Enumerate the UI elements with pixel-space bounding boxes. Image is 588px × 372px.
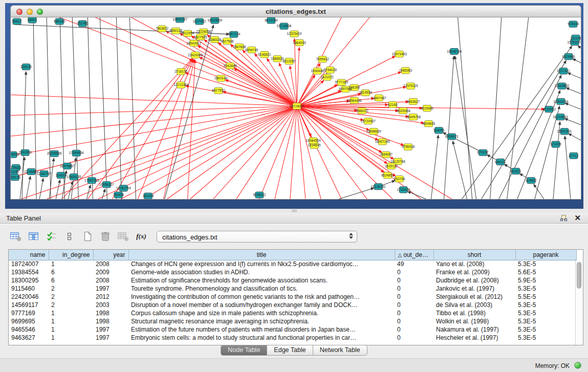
- network-edge[interactable]: [102, 189, 105, 199]
- table-row[interactable]: 1938455462009Genome-wide association stu…: [9, 268, 576, 276]
- table-cell[interactable]: 6: [49, 268, 93, 276]
- close-button[interactable]: [16, 9, 23, 15]
- table-cell[interactable]: 5.5E-5: [515, 293, 576, 301]
- table-row[interactable]: 2242004622012Investigating the contribut…: [9, 293, 576, 301]
- table-cell[interactable]: 5.6E-5: [515, 268, 576, 276]
- table-row[interactable]: 1456911722003Disruption of a novel membe…: [9, 301, 576, 309]
- network-edge[interactable]: [565, 136, 571, 199]
- network-edge[interactable]: [11, 106, 297, 156]
- network-edge[interactable]: [453, 141, 467, 199]
- table-cell[interactable]: 5.3E-5: [515, 260, 576, 268]
- network-edge[interactable]: [11, 106, 297, 177]
- table-cell[interactable]: 5.3E-5: [515, 317, 576, 325]
- network-edge[interactable]: [431, 135, 438, 199]
- table-cell[interactable]: 2008: [93, 276, 128, 285]
- table-cell[interactable]: 1997: [93, 334, 128, 342]
- scrollbar-thumb[interactable]: [577, 262, 581, 289]
- table-row[interactable]: 946362711997Embryonic stem cells: a mode…: [9, 334, 576, 342]
- table-row[interactable]: 1872400712008Changes of HCN gene express…: [9, 260, 576, 268]
- table-cell[interactable]: 1: [49, 317, 93, 325]
- table-cell[interactable]: Wolkin et al. (1998): [433, 317, 515, 325]
- select-rows-icon[interactable]: [45, 230, 58, 243]
- table-row[interactable]: 969969511998Structural magnetic resonanc…: [9, 317, 576, 325]
- table-cell[interactable]: 5.3E-5: [515, 334, 576, 342]
- table-cell[interactable]: 1: [49, 260, 93, 268]
- table-cell[interactable]: 2009: [93, 268, 128, 276]
- table-cell[interactable]: 5.3E-5: [515, 325, 576, 334]
- network-edge[interactable]: [297, 106, 306, 199]
- column-header-title[interactable]: title: [128, 250, 395, 260]
- network-edge[interactable]: [190, 106, 297, 199]
- network-edge[interactable]: [408, 191, 426, 199]
- table-cell[interactable]: Structural magnetic resonance image aver…: [128, 317, 395, 325]
- network-edge[interactable]: [88, 17, 93, 199]
- network-edge[interactable]: [569, 134, 581, 140]
- table-cell[interactable]: 49: [395, 260, 433, 268]
- column-header-year[interactable]: year: [93, 250, 128, 260]
- tab-edge-table[interactable]: Edge Table: [267, 345, 313, 356]
- network-edge[interactable]: [72, 17, 78, 199]
- network-edge[interactable]: [553, 122, 560, 199]
- table-cell[interactable]: 5.3E-5: [515, 309, 576, 317]
- column-header-short[interactable]: short: [433, 250, 515, 260]
- network-edge[interactable]: [535, 106, 560, 199]
- network-edge[interactable]: [455, 56, 476, 199]
- network-canvas[interactable]: 1872400779638228860128891295423226058982…: [10, 17, 581, 200]
- table-cell[interactable]: Embryonic stem cells: a model to study s…: [128, 334, 395, 342]
- network-edge[interactable]: [121, 106, 297, 199]
- table-cell[interactable]: 9463627: [9, 334, 49, 342]
- table-cell[interactable]: 2003: [93, 301, 128, 309]
- network-edge[interactable]: [39, 179, 43, 199]
- table-settings-icon[interactable]: [9, 230, 23, 243]
- network-edge[interactable]: [88, 59, 192, 199]
- table-cell[interactable]: Disruption of a novel member of a sodium…: [128, 301, 395, 309]
- function-builder-icon[interactable]: f(x): [135, 230, 148, 243]
- table-cell[interactable]: Tibbo et al. (1998): [433, 309, 515, 317]
- table-cell[interactable]: 1997: [93, 285, 128, 293]
- table-cell[interactable]: 2008: [93, 260, 128, 268]
- network-edge[interactable]: [56, 180, 60, 199]
- table-cell[interactable]: 1: [49, 334, 93, 342]
- table-cell[interactable]: Estimation of significance thresholds fo…: [128, 276, 395, 285]
- import-table-icon[interactable]: [117, 230, 130, 243]
- column-header-in_degree[interactable]: in_degree: [49, 250, 93, 260]
- network-edge[interactable]: [573, 59, 581, 63]
- table-cell[interactable]: 9777169: [9, 309, 49, 317]
- network-edge[interactable]: [26, 176, 30, 199]
- network-edge[interactable]: [47, 106, 297, 199]
- network-edge[interactable]: [138, 59, 193, 199]
- network-edge[interactable]: [98, 106, 297, 199]
- table-cell[interactable]: 1: [49, 325, 93, 334]
- network-edge[interactable]: [188, 60, 195, 199]
- network-edge[interactable]: [22, 72, 26, 199]
- row-height-icon[interactable]: [63, 230, 76, 243]
- network-edge[interactable]: [564, 119, 581, 125]
- table-cell[interactable]: de Silva et al. (2003): [433, 301, 515, 309]
- panel-splitter[interactable]: [0, 209, 588, 213]
- table-cell[interactable]: 0: [395, 293, 433, 301]
- tab-node-table[interactable]: Node Table: [221, 345, 267, 356]
- network-edge[interactable]: [568, 73, 581, 78]
- table-cell[interactable]: 5.3E-5: [515, 285, 576, 293]
- table-header-row[interactable]: namein_degreeyeartitle△out_de…shortpager…: [9, 250, 576, 260]
- table-cell[interactable]: 9115460: [9, 285, 49, 293]
- table-scrollbar[interactable]: [575, 260, 583, 345]
- table-cell[interactable]: 1998: [93, 317, 128, 325]
- table-cell[interactable]: 19384554: [9, 268, 49, 276]
- table-cell[interactable]: 18300295: [9, 276, 49, 285]
- table-cell[interactable]: 0: [395, 301, 433, 309]
- table-cell[interactable]: 9465546: [9, 325, 49, 334]
- network-edge[interactable]: [578, 46, 581, 49]
- table-row[interactable]: 1830029562008Estimation of significance …: [9, 276, 576, 285]
- network-window-titlebar[interactable]: citations_edges.txt: [10, 5, 581, 17]
- table-cell[interactable]: Hescheler et al. (1997): [433, 334, 515, 342]
- network-edge[interactable]: [297, 47, 299, 106]
- table-row[interactable]: 911546021997Tourette syndrome. Phenomeno…: [9, 285, 576, 293]
- table-cell[interactable]: 5.9E-5: [515, 276, 576, 285]
- network-edge[interactable]: [297, 106, 321, 199]
- network-edge[interactable]: [144, 106, 297, 199]
- table-cell[interactable]: 0: [395, 325, 433, 334]
- table-row[interactable]: 946554611997Estimation of the future num…: [9, 325, 576, 334]
- delete-table-icon[interactable]: [99, 230, 112, 243]
- table-cell[interactable]: Yano et al. (2008): [433, 260, 515, 268]
